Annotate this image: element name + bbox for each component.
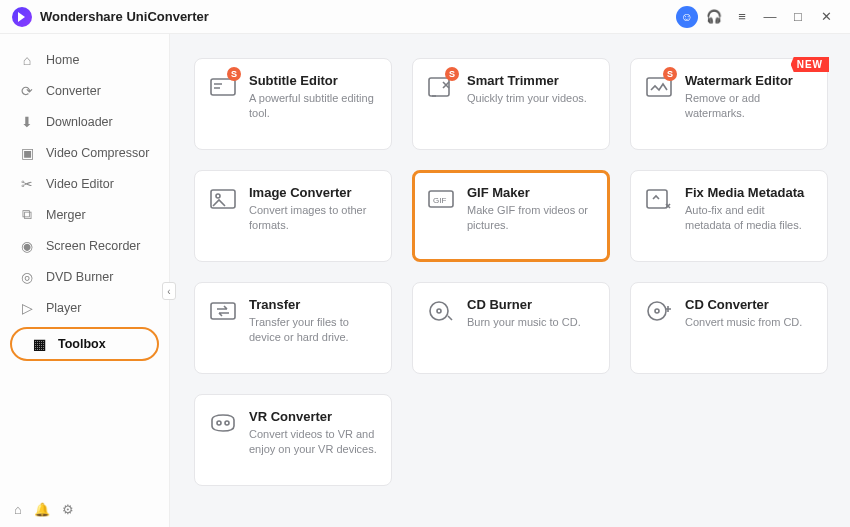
svg-rect-0 xyxy=(211,79,235,95)
svg-rect-7 xyxy=(647,190,667,208)
card-vr-converter[interactable]: VR Converter Convert videos to VR and en… xyxy=(194,394,392,486)
svg-point-14 xyxy=(225,421,229,425)
window-maximize-button[interactable]: □ xyxy=(784,3,812,31)
card-desc: Transfer your files to device or hard dr… xyxy=(249,315,377,345)
card-desc: Convert images to other formats. xyxy=(249,203,377,233)
card-watermark-editor[interactable]: S NEW Watermark Editor Remove or add wat… xyxy=(630,58,828,150)
scissors-icon: ✂ xyxy=(18,176,36,192)
merge-icon: ⧉ xyxy=(18,206,36,223)
image-icon xyxy=(209,186,237,212)
sidebar-item-merger[interactable]: ⧉ Merger xyxy=(0,199,169,230)
svg-rect-1 xyxy=(429,78,449,96)
card-title: Fix Media Metadata xyxy=(685,185,813,200)
card-desc: Quickly trim your videos. xyxy=(467,91,595,106)
app-title: Wondershare UniConverter xyxy=(40,9,209,24)
tool-grid: S Subtitle Editor A powerful subtitle ed… xyxy=(194,58,826,486)
vr-icon xyxy=(209,410,237,436)
footer-home-icon[interactable]: ⌂ xyxy=(14,502,22,517)
card-desc: Convert videos to VR and enjoy on your V… xyxy=(249,427,377,457)
account-avatar[interactable]: ☺ xyxy=(676,6,698,28)
card-title: VR Converter xyxy=(249,409,377,424)
card-desc: A powerful subtitle editing tool. xyxy=(249,91,377,121)
record-icon: ◉ xyxy=(18,238,36,254)
card-desc: Remove or add watermarks. xyxy=(685,91,813,121)
metadata-icon xyxy=(645,186,673,212)
sidebar-item-label: DVD Burner xyxy=(46,270,113,284)
card-desc: Auto-fix and edit metadata of media file… xyxy=(685,203,813,233)
sidebar-item-label: Downloader xyxy=(46,115,113,129)
svg-text:GIF: GIF xyxy=(433,196,446,205)
sidebar-item-video-editor[interactable]: ✂ Video Editor xyxy=(0,168,169,199)
card-title: Subtitle Editor xyxy=(249,73,377,88)
new-badge: NEW xyxy=(791,57,829,72)
sidebar-item-home[interactable]: ⌂ Home xyxy=(0,44,169,75)
sidebar-item-video-compressor[interactable]: ▣ Video Compressor xyxy=(0,137,169,168)
sidebar-item-label: Home xyxy=(46,53,79,67)
support-headset-icon[interactable]: 🎧 xyxy=(700,3,728,31)
card-subtitle-editor[interactable]: S Subtitle Editor A powerful subtitle ed… xyxy=(194,58,392,150)
sidebar-item-label: Merger xyxy=(46,208,86,222)
footer-settings-icon[interactable]: ⚙ xyxy=(62,502,74,517)
sidebar: ⌂ Home ⟳ Converter ⬇ Downloader ▣ Video … xyxy=(0,34,170,527)
app-logo-icon xyxy=(12,7,32,27)
sidebar-item-toolbox[interactable]: ▦ Toolbox xyxy=(10,327,159,361)
converter-icon: ⟳ xyxy=(18,83,36,99)
card-title: Image Converter xyxy=(249,185,377,200)
window-close-button[interactable]: ✕ xyxy=(812,3,840,31)
card-fix-media-metadata[interactable]: Fix Media Metadata Auto-fix and edit met… xyxy=(630,170,828,262)
sidebar-item-downloader[interactable]: ⬇ Downloader xyxy=(0,106,169,137)
card-title: CD Converter xyxy=(685,297,813,312)
svg-point-9 xyxy=(430,302,448,320)
card-image-converter[interactable]: Image Converter Convert images to other … xyxy=(194,170,392,262)
s-badge-icon: S xyxy=(227,67,241,81)
card-title: GIF Maker xyxy=(467,185,595,200)
sidebar-item-label: Screen Recorder xyxy=(46,239,141,253)
hamburger-menu-icon[interactable]: ≡ xyxy=(728,3,756,31)
sidebar-item-label: Converter xyxy=(46,84,101,98)
card-title: Smart Trimmer xyxy=(467,73,595,88)
window-minimize-button[interactable]: — xyxy=(756,3,784,31)
card-desc: Burn your music to CD. xyxy=(467,315,595,330)
content-area: S Subtitle Editor A powerful subtitle ed… xyxy=(170,34,850,527)
card-gif-maker[interactable]: GIF GIF Maker Make GIF from videos or pi… xyxy=(412,170,610,262)
compress-icon: ▣ xyxy=(18,145,36,161)
card-smart-trimmer[interactable]: S Smart Trimmer Quickly trim your videos… xyxy=(412,58,610,150)
svg-point-10 xyxy=(437,309,441,313)
svg-rect-8 xyxy=(211,303,235,319)
sidebar-item-label: Video Compressor xyxy=(46,146,149,160)
card-title: CD Burner xyxy=(467,297,595,312)
sidebar-item-converter[interactable]: ⟳ Converter xyxy=(0,75,169,106)
s-badge-icon: S xyxy=(663,67,677,81)
card-desc: Convert music from CD. xyxy=(685,315,813,330)
titlebar: Wondershare UniConverter ☺ 🎧 ≡ — □ ✕ xyxy=(0,0,850,34)
sidebar-item-label: Video Editor xyxy=(46,177,114,191)
svg-point-13 xyxy=(217,421,221,425)
svg-point-4 xyxy=(216,194,220,198)
gif-icon: GIF xyxy=(427,186,455,212)
card-cd-converter[interactable]: CD Converter Convert music from CD. xyxy=(630,282,828,374)
sidebar-item-screen-recorder[interactable]: ◉ Screen Recorder xyxy=(0,230,169,261)
sidebar-item-label: Player xyxy=(46,301,81,315)
card-desc: Make GIF from videos or pictures. xyxy=(467,203,595,233)
disc-icon: ◎ xyxy=(18,269,36,285)
toolbox-icon: ▦ xyxy=(30,336,48,352)
card-transfer[interactable]: Transfer Transfer your files to device o… xyxy=(194,282,392,374)
download-icon: ⬇ xyxy=(18,114,36,130)
play-icon: ▷ xyxy=(18,300,36,316)
sidebar-collapse-button[interactable]: ‹ xyxy=(162,282,176,300)
home-icon: ⌂ xyxy=(18,52,36,68)
s-badge-icon: S xyxy=(445,67,459,81)
sidebar-item-label: Toolbox xyxy=(58,337,106,351)
card-cd-burner[interactable]: CD Burner Burn your music to CD. xyxy=(412,282,610,374)
footer-notifications-icon[interactable]: 🔔 xyxy=(34,502,50,517)
transfer-icon xyxy=(209,298,237,324)
svg-point-11 xyxy=(648,302,666,320)
card-title: Transfer xyxy=(249,297,377,312)
card-title: Watermark Editor xyxy=(685,73,813,88)
sidebar-item-player[interactable]: ▷ Player xyxy=(0,292,169,323)
sidebar-item-dvd-burner[interactable]: ◎ DVD Burner xyxy=(0,261,169,292)
sidebar-footer: ⌂ 🔔 ⚙ xyxy=(0,492,169,527)
svg-point-12 xyxy=(655,309,659,313)
cd-burn-icon xyxy=(427,298,455,324)
cd-convert-icon xyxy=(645,298,673,324)
